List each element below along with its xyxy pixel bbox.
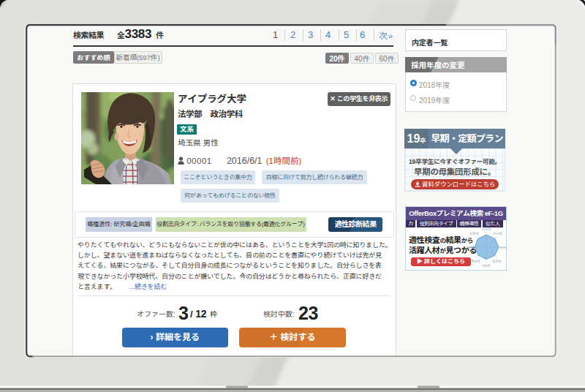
svg-text:主導性: 主導性 [482,227,491,231]
svg-text:慎重性: 慎重性 [471,259,480,263]
svg-text:協調性: 協調性 [499,245,506,249]
svg-text:受容性: 受容性 [469,231,479,235]
svg-text:変革性: 変革性 [492,259,502,263]
svg-text:外向性: 外向性 [493,231,502,235]
svg-text:持続性: 持続性 [468,245,477,249]
svg-text:活動性: 活動性 [481,263,491,268]
